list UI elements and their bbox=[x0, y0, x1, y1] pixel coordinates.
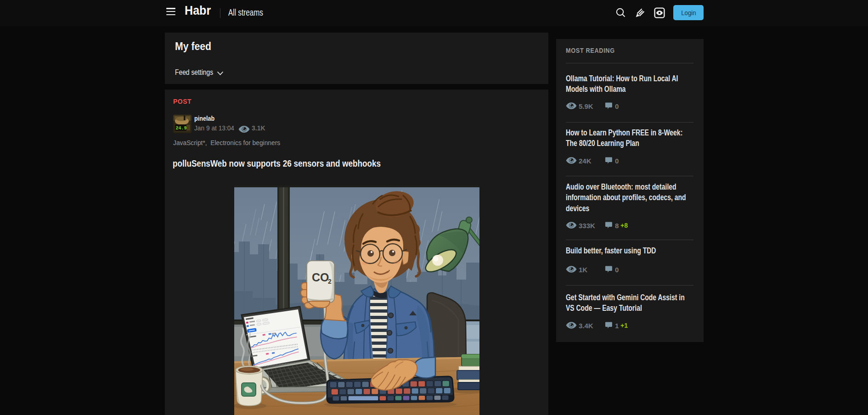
svg-text:CO: CO bbox=[312, 271, 329, 284]
svg-text:2: 2 bbox=[328, 278, 332, 285]
svg-text:24.9: 24.9 bbox=[176, 126, 187, 131]
